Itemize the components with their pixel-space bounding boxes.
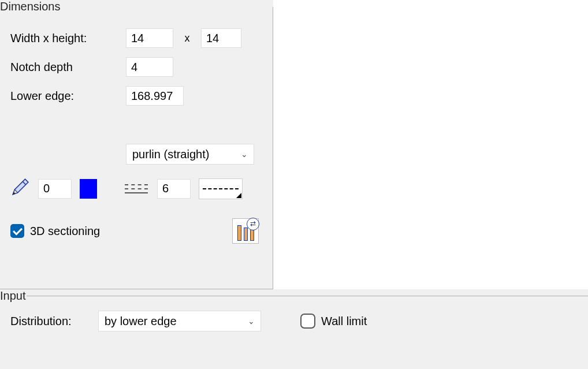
chevron-down-icon: ⌄ (241, 150, 248, 159)
line-style-picker[interactable] (199, 178, 243, 199)
dimensions-group: Dimensions Width x height: x Notch depth… (0, 0, 273, 289)
notch-depth-label: Notch depth (10, 61, 126, 74)
width-height-label: Width x height: (10, 32, 126, 45)
distribution-select[interactable]: by lower edge ⌄ (98, 311, 261, 331)
line-type-icon[interactable] (124, 181, 149, 197)
chevron-down-icon: ⌄ (248, 316, 255, 326)
component-type-select[interactable]: purlin (straight) ⌄ (126, 144, 254, 165)
pencil-icon[interactable] (10, 177, 30, 200)
notch-depth-input[interactable] (126, 57, 173, 77)
3d-sectioning-checkbox[interactable] (10, 224, 24, 238)
line-number-input[interactable] (157, 179, 191, 199)
preview-area (273, 0, 588, 289)
section-settings-button[interactable]: ⇄ (232, 218, 259, 244)
distribution-label: Distribution: (10, 315, 91, 328)
input-legend: Input (0, 289, 27, 303)
lower-edge-input[interactable] (126, 86, 184, 106)
input-group: Input Distribution: by lower edge ⌄ Wall… (0, 289, 588, 345)
wall-limit-checkbox[interactable] (300, 314, 315, 329)
3d-sectioning-label: 3D sectioning (30, 225, 100, 238)
width-input[interactable] (126, 28, 173, 48)
pen-number-input[interactable] (38, 179, 72, 199)
wall-limit-label: Wall limit (321, 315, 367, 328)
height-input[interactable] (201, 28, 241, 48)
component-type-value: purlin (straight) (132, 148, 209, 161)
swap-icon: ⇄ (247, 218, 259, 230)
lower-edge-label: Lower edge: (10, 90, 126, 103)
distribution-value: by lower edge (105, 315, 177, 328)
x-separator: x (173, 32, 201, 44)
pen-color-swatch[interactable] (80, 179, 97, 199)
dimensions-legend: Dimensions (0, 0, 61, 13)
